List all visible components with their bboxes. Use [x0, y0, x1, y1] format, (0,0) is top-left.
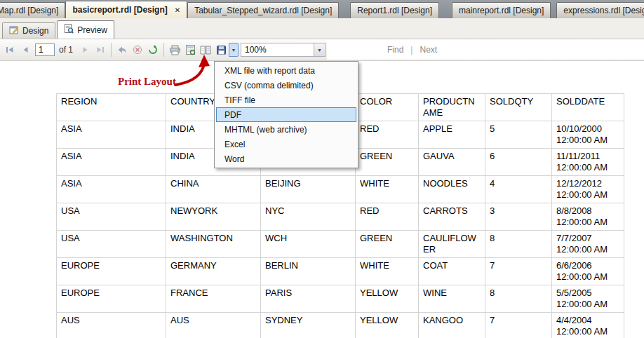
zoom-combobox[interactable]: 100% ▼ — [241, 43, 326, 57]
table-cell: 3 — [485, 203, 552, 231]
export-menu-item[interactable]: MHTML (web archive) — [216, 122, 356, 137]
table-cell: 6/6/2006 12:00:00 AM — [552, 258, 624, 285]
preview-icon — [64, 24, 74, 36]
document-tab-label: Report1.rdl [Design] — [357, 6, 432, 15]
table-cell: FRANCE — [166, 285, 261, 313]
table-cell: 8 — [485, 231, 552, 258]
document-tab-label: expressions.rdl [Design] — [563, 6, 644, 15]
table-cell: NEWYORK — [166, 203, 261, 231]
document-tab-label: Map.rdl [Design] — [0, 6, 58, 15]
page-count-label: of 1 — [59, 45, 73, 55]
column-header: SOLDQTY — [485, 94, 552, 121]
toolbar-separator — [111, 43, 112, 57]
export-menu-item[interactable]: XML file with report data — [216, 63, 356, 78]
table-cell: 8/8/2008 12:00:00 AM — [552, 203, 624, 231]
table-cell: CHINA — [166, 176, 261, 203]
report-toolbar: of 1 ▼ 100% ▼ Find | Next — [0, 39, 644, 61]
document-tab[interactable]: Report1.rdl [Design] — [350, 2, 439, 18]
table-row: AUSAUSSYDNEYYELLOWKANGOO74/4/2004 12:00:… — [57, 313, 624, 338]
table-row: ASIACHINABEIJINGWHITENOODLES412/12/2012 … — [57, 176, 624, 203]
table-cell: WCH — [261, 231, 356, 258]
table-cell: NOODLES — [419, 176, 485, 203]
table-cell: WINE — [419, 285, 485, 313]
find-area: Find | Next — [327, 40, 644, 60]
document-tab-label: Tabular_Stepped_wizard.rdl [Design] — [194, 6, 332, 15]
tab-design-label: Design — [22, 26, 48, 36]
back-to-parent-button[interactable] — [114, 42, 130, 58]
export-button[interactable] — [213, 42, 229, 58]
document-tab-bar: Map.rdl [Design]basicreport.rdl [Design]… — [0, 0, 644, 18]
table-cell: CARROTS — [419, 203, 485, 231]
stop-rendering-button[interactable] — [130, 42, 145, 58]
export-menu-item[interactable]: CSV (comma delimited) — [216, 78, 356, 93]
find-next-button[interactable]: Next — [420, 45, 437, 55]
table-cell: WASHINGTON — [166, 231, 261, 258]
next-page-button[interactable] — [77, 42, 93, 58]
view-tab-strip: Design Preview — [0, 18, 644, 39]
first-page-button[interactable] — [2, 42, 18, 58]
chevron-down-icon: ▼ — [232, 48, 236, 53]
print-layout-button[interactable] — [182, 42, 198, 58]
table-cell: USA — [57, 203, 166, 231]
table-cell: 10/10/2000 12:00:00 AM — [552, 121, 624, 149]
document-tab[interactable]: expressions.rdl [Design] — [556, 2, 644, 18]
export-menu-item[interactable]: Excel — [216, 137, 356, 151]
column-header: COLOR — [356, 94, 419, 121]
table-cell: BERLIN — [261, 258, 356, 285]
table-cell: 11/11/2011 12:00:00 AM — [552, 149, 624, 176]
find-button[interactable]: Find — [387, 45, 403, 55]
tab-close-icon[interactable]: ✕ — [175, 6, 180, 14]
tab-preview-label: Preview — [77, 25, 107, 35]
table-cell: USA — [57, 231, 166, 258]
print-layout-annotation: Print Layout — [118, 76, 176, 88]
current-page-input[interactable] — [35, 43, 55, 56]
design-icon — [9, 25, 19, 37]
table-cell: 12/12/2012 12:00:00 AM — [552, 176, 624, 203]
table-cell: 7/7/2007 12:00:00 AM — [552, 231, 624, 258]
document-tab-active[interactable]: basicreport.rdl [Design]✕ — [65, 1, 187, 18]
find-input[interactable] — [334, 43, 380, 56]
document-tab[interactable]: Map.rdl [Design] — [0, 2, 65, 18]
table-cell: YELLOW — [356, 313, 419, 338]
table-cell: RED — [356, 121, 419, 149]
export-menu-item[interactable]: TIFF file — [216, 93, 356, 107]
table-cell: 4/4/2004 12:00:00 AM — [552, 313, 624, 338]
tab-design[interactable]: Design — [2, 22, 55, 39]
table-cell: EUROPE — [57, 258, 166, 285]
table-cell: EUROPE — [57, 285, 166, 313]
table-cell: 7 — [485, 313, 552, 338]
table-cell: KANGOO — [419, 313, 485, 338]
table-cell: GAUVA — [419, 149, 485, 176]
export-menu-item[interactable]: PDF — [216, 107, 356, 122]
zoom-value: 100% — [241, 45, 314, 55]
document-tab[interactable]: Tabular_Stepped_wizard.rdl [Design] — [187, 2, 339, 18]
column-header: REGION — [57, 94, 166, 121]
toolbar-separator — [163, 43, 164, 57]
table-cell: COAT — [419, 258, 485, 285]
table-cell: 5/5/2005 12:00:00 AM — [552, 285, 624, 313]
last-page-button[interactable] — [93, 42, 108, 58]
table-cell: SYDNEY — [261, 313, 356, 338]
table-cell: 6 — [485, 149, 552, 176]
table-cell: 8 — [485, 285, 552, 313]
export-format-menu: XML file with report dataCSV (comma deli… — [214, 61, 358, 168]
table-cell: ASIA — [57, 149, 166, 176]
table-cell: ASIA — [57, 176, 166, 203]
table-cell: GREEN — [356, 149, 419, 176]
export-dropdown-button[interactable]: ▼ — [229, 43, 239, 57]
table-cell: CAULIFLOWER — [419, 231, 485, 258]
table-cell: ASIA — [57, 121, 166, 149]
zoom-dropdown-button[interactable]: ▼ — [314, 43, 325, 56]
export-menu-item[interactable]: Word — [216, 151, 356, 166]
table-cell: YELLOW — [356, 285, 419, 313]
refresh-button[interactable] — [145, 42, 161, 58]
print-button[interactable] — [167, 42, 182, 58]
column-header: PRODUCTNAME — [419, 94, 485, 121]
previous-page-button[interactable] — [18, 42, 33, 58]
document-tab[interactable]: mainreport.rdl [Design] — [452, 2, 551, 18]
table-cell: PARIS — [261, 285, 356, 313]
document-tab-label: basicreport.rdl [Design] — [72, 5, 167, 15]
chevron-down-icon: ▼ — [317, 48, 322, 53]
page-setup-button[interactable] — [198, 42, 213, 58]
tab-preview[interactable]: Preview — [57, 20, 114, 39]
